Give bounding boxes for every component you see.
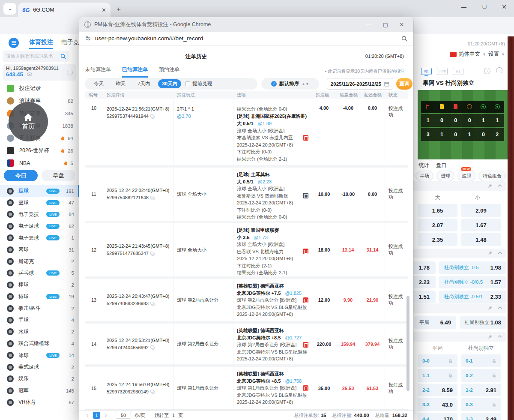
- sidebar-sport-item[interactable]: 排球LIVE19: [0, 291, 79, 303]
- pin-icon[interactable]: [488, 183, 493, 188]
- score-odds-cell[interactable]: 2-28.59: [418, 384, 457, 396]
- sidebar-sport-item[interactable]: 冠军145: [0, 385, 79, 396]
- score-odds-cell[interactable]: 0-2: [461, 369, 501, 382]
- copy-icon[interactable]: [150, 114, 155, 119]
- score-odds-cell[interactable]: 4-4170: [418, 413, 457, 420]
- search-icon[interactable]: [401, 36, 407, 42]
- sidebar-sport-item[interactable]: 网球31: [0, 244, 79, 255]
- window-maximize-button[interactable]: ▢: [479, 3, 490, 9]
- bet-tab-0[interactable]: 未结算注单: [85, 66, 111, 78]
- checkbox-icon[interactable]: [185, 81, 190, 86]
- score-odds-cell[interactable]: 1-1: [418, 369, 457, 382]
- sidebar-sport-item[interactable]: 电子足球LIVE62: [0, 220, 79, 232]
- score-odds-cell[interactable]: 3-343.0: [418, 398, 457, 411]
- popup-scrollbar[interactable]: [406, 296, 409, 391]
- sidebar-sport-item[interactable]: 棒球2: [0, 279, 79, 291]
- browser-tab[interactable]: 6G 6G.COM ✕: [18, 3, 111, 17]
- tab-odds-view[interactable]: 0|1: [421, 68, 432, 75]
- popup-close-button[interactable]: ✕: [395, 21, 408, 28]
- refresh-odds-icon[interactable]: [496, 67, 502, 74]
- tab-stats-view[interactable]: |◁|: [453, 68, 463, 75]
- pin-icon[interactable]: [488, 334, 493, 339]
- tab-search-chevron-icon[interactable]: ⌄: [3, 3, 16, 15]
- copy-icon[interactable]: [150, 302, 155, 306]
- sidebar-sport-item[interactable]: 冰球LIVE14: [0, 349, 79, 361]
- popup-maximize-button[interactable]: ▢: [379, 21, 392, 28]
- copy-icon[interactable]: [150, 196, 155, 200]
- next-page-icon[interactable]: ›: [104, 412, 108, 418]
- sidebar-sport-item[interactable]: 水球2: [0, 326, 79, 338]
- eye-icon[interactable]: [27, 72, 32, 76]
- quick-filter[interactable]: 7天内: [134, 79, 154, 88]
- pin-icon[interactable]: [488, 251, 493, 255]
- score-odds-cell[interactable]: 1-33.49: [461, 413, 501, 420]
- today-button[interactable]: 今日: [4, 170, 38, 181]
- odds-cell-over[interactable]: 2.35: [418, 233, 457, 246]
- quick-filter[interactable]: 昨天: [112, 79, 129, 88]
- menu-icon[interactable]: [9, 38, 19, 48]
- market-pill[interactable]: 半场: [415, 171, 433, 181]
- odds-cell-over[interactable]: 1.65: [418, 204, 457, 217]
- collapse-icon[interactable]: [498, 306, 502, 309]
- stats-tab[interactable]: 统计: [418, 162, 429, 169]
- new-tab-button[interactable]: +: [117, 5, 121, 14]
- market-pill[interactable]: 进球: [436, 171, 454, 181]
- odds-cell-draw[interactable]: 平局 6.49: [414, 316, 456, 329]
- early-markets-button[interactable]: 早盘: [42, 170, 75, 181]
- cashout-checkbox[interactable]: 提前兑现: [185, 81, 212, 87]
- sidebar-sport-item[interactable]: 美式足球2: [0, 361, 79, 373]
- jump-page-value[interactable]: 1: [172, 413, 175, 418]
- odds-cell-away[interactable]: 杜尚别独立 -0.5/12.33: [439, 291, 506, 303]
- sidebar-sport-item[interactable]: 斯诺克2: [0, 255, 79, 267]
- score-odds-cell[interactable]: 0-3: [461, 398, 501, 411]
- page-size-input[interactable]: 50: [116, 412, 131, 419]
- popup-url-bar[interactable]: user-pc-new.youbaokun.com/#/bet_record: [79, 32, 413, 45]
- current-page[interactable]: 1: [93, 412, 100, 419]
- score-odds-cell[interactable]: 0-1: [461, 354, 501, 367]
- odds-cell-over[interactable]: 2.07: [418, 219, 457, 231]
- sidebar-sport-item[interactable]: VR体育67: [0, 396, 79, 408]
- nav-sports-betting[interactable]: 体育投注: [29, 39, 53, 49]
- sidebar-sport-item[interactable]: 手球4: [0, 314, 79, 326]
- odds-cell-under[interactable]: 2.09: [461, 204, 501, 217]
- sidebar-menu-item[interactable]: NBA5: [0, 157, 79, 169]
- collapse-icon[interactable]: [498, 184, 502, 187]
- info-icon[interactable]: i: [484, 68, 490, 74]
- odds-cell-under[interactable]: 1.67: [461, 219, 501, 231]
- home-floating-button[interactable]: 首页: [9, 102, 48, 141]
- sidebar-sport-item[interactable]: 篮球LIVE47: [0, 197, 79, 208]
- tab-close-icon[interactable]: ✕: [102, 7, 106, 13]
- copy-icon[interactable]: [150, 252, 155, 256]
- sort-dropdown[interactable]: ✓ 默认排序 ▲▼: [261, 78, 319, 90]
- quick-filter[interactable]: 30天内: [158, 79, 181, 88]
- odds-cell-away[interactable]: 杜尚别独立 1.08: [460, 316, 506, 329]
- market-pill[interactable]: 特色组合: [478, 171, 506, 181]
- sidebar-sport-item[interactable]: 电子竞技LIVE84: [0, 209, 79, 220]
- sidebar-sport-item[interactable]: 电子篮球LIVE1: [0, 232, 79, 244]
- collapse-icon[interactable]: [498, 252, 502, 254]
- query-button[interactable]: 查询: [396, 78, 412, 90]
- search-icon[interactable]: [60, 54, 66, 59]
- match-tracker-icon[interactable]: [303, 297, 308, 303]
- copy-icon[interactable]: [150, 345, 155, 350]
- language-selector[interactable]: 简体中文 ▼: [450, 51, 486, 58]
- popup-minimize-button[interactable]: —: [363, 21, 376, 28]
- quick-filter[interactable]: 今天: [90, 79, 108, 88]
- refresh-balance-icon[interactable]: [67, 69, 73, 75]
- date-range-input[interactable]: 2025/11/26-2025/12/25: [327, 78, 393, 90]
- sidebar-menu-item[interactable]: 2026-世界杯26: [0, 144, 79, 157]
- score-odds-cell[interactable]: 0-0: [418, 354, 457, 367]
- match-tracker-icon[interactable]: [303, 135, 308, 141]
- pin-icon[interactable]: [488, 306, 493, 310]
- sidebar-sport-item[interactable]: 拳击/格斗2: [0, 303, 79, 314]
- collapse-icon[interactable]: [498, 335, 502, 338]
- prev-page-icon[interactable]: ‹: [85, 412, 90, 418]
- tab-live-view[interactable]: LIVE: [437, 68, 448, 75]
- bet-tab-1[interactable]: 已结算注单: [122, 66, 148, 78]
- match-tracker-icon[interactable]: [303, 385, 308, 391]
- odds-cell-away[interactable]: 杜尚别独立 -0.51.98: [439, 261, 506, 274]
- sidebar-sport-item[interactable]: 乒乓球LIVE5: [0, 267, 79, 279]
- sidebar-sport-item[interactable]: 联合式橄榄球4: [0, 338, 79, 349]
- window-minimize-button[interactable]: —: [458, 4, 469, 10]
- copy-icon[interactable]: [150, 390, 155, 394]
